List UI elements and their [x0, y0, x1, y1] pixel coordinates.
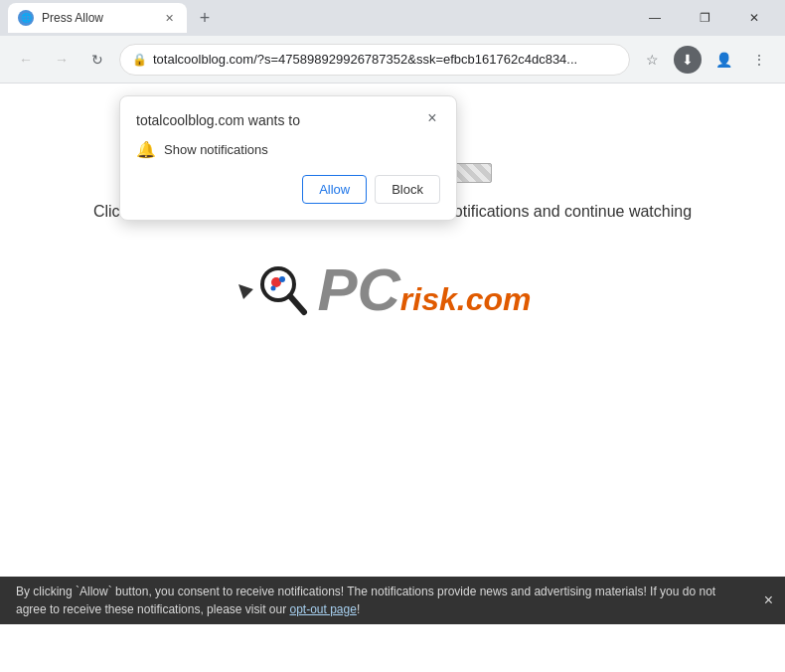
- svg-line-5: [290, 296, 304, 312]
- address-bar: ← → ↻ 🔒 totalcoolblog.com/?s=47589892992…: [0, 36, 785, 84]
- forward-button[interactable]: →: [48, 46, 76, 74]
- popup-notification-label: Show notifications: [164, 142, 268, 157]
- pcrisk-logo-icon: [254, 260, 314, 320]
- bookmark-button[interactable]: ☆: [638, 46, 666, 74]
- back-button[interactable]: ←: [12, 46, 40, 74]
- logo-risk-text: risk.com: [400, 281, 532, 318]
- new-tab-button[interactable]: +: [191, 4, 219, 32]
- title-bar: 🌐 Press Allow ✕ + — ❐ ✕: [0, 0, 785, 36]
- browser-tab[interactable]: 🌐 Press Allow ✕: [8, 3, 187, 33]
- opt-out-link[interactable]: opt-out page: [289, 602, 356, 616]
- svg-point-3: [279, 276, 285, 282]
- logo-pc-text: PC: [318, 260, 400, 320]
- svg-point-4: [270, 286, 275, 291]
- refresh-button[interactable]: ↻: [83, 46, 111, 74]
- block-button[interactable]: Block: [375, 175, 440, 204]
- window-controls: — ❐ ✕: [632, 0, 777, 36]
- bell-icon: 🔔: [136, 140, 156, 159]
- main-content: × totalcoolblog.com wants to 🔔 Show noti…: [0, 84, 785, 624]
- extension-icon[interactable]: ⬇: [674, 46, 702, 74]
- tab-title: Press Allow: [42, 11, 153, 25]
- bottom-bar-text: By clicking `Allow` button, you consent …: [16, 583, 745, 618]
- url-bar[interactable]: 🔒 totalcoolblog.com/?s=47589892992678735…: [119, 44, 630, 76]
- bottom-bar-text-before: By clicking `Allow` button, you consent …: [16, 585, 715, 616]
- allow-button[interactable]: Allow: [302, 175, 367, 204]
- popup-buttons: Allow Block: [136, 175, 440, 204]
- maximize-button[interactable]: ❐: [682, 0, 727, 36]
- popup-title: totalcoolblog.com wants to: [136, 112, 440, 128]
- chrome-menu-button[interactable]: ⋮: [745, 46, 773, 74]
- notification-popup: × totalcoolblog.com wants to 🔔 Show noti…: [119, 95, 457, 221]
- minimize-button[interactable]: —: [632, 0, 678, 36]
- pcrisk-logo: PCrisk.com: [254, 260, 532, 320]
- pcrisk-logo-text: PCrisk.com: [318, 260, 532, 320]
- tab-favicon: 🌐: [18, 10, 34, 26]
- popup-close-button[interactable]: ×: [420, 106, 444, 130]
- bottom-bar-text-after: !: [357, 602, 360, 616]
- popup-notification-row: 🔔 Show notifications: [136, 140, 440, 159]
- lock-icon: 🔒: [132, 53, 147, 67]
- close-window-button[interactable]: ✕: [731, 0, 777, 36]
- tab-close-button[interactable]: ✕: [161, 10, 177, 26]
- bottom-bar-close-button[interactable]: ×: [764, 588, 773, 612]
- profile-button[interactable]: 👤: [709, 46, 737, 74]
- url-text: totalcoolblog.com/?s=475898929926787352&…: [153, 52, 617, 67]
- bottom-notification-bar: By clicking `Allow` button, you consent …: [0, 577, 785, 624]
